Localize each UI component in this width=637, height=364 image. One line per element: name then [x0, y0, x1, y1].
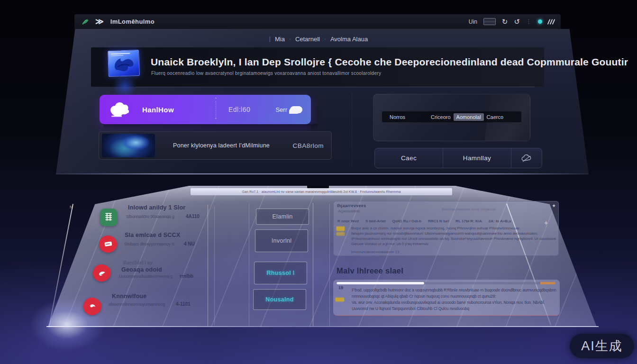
report-col: R nnor Wvd	[337, 219, 359, 223]
workflow-action-label: Serr	[275, 106, 287, 113]
toggle-blob-icon[interactable]	[290, 106, 302, 113]
list-item-value: rrnlbb	[180, 273, 193, 279]
green-grid-icon[interactable]	[100, 209, 118, 226]
tab-mia[interactable]: Mia	[275, 36, 285, 43]
chevrons-logo-icon: ≫	[95, 18, 104, 26]
currency-icon	[81, 18, 90, 26]
list-item-subtitle: Slbonna60ro 90aaeanqa g	[126, 214, 174, 219]
user-label[interactable]: Uin	[469, 18, 477, 25]
workflow-label: HanlHow	[142, 106, 174, 114]
cloud-action-button[interactable]	[511, 148, 542, 168]
report-line: Boqur anlu a cn cturim. Jusoiur xuruqa n…	[351, 226, 556, 230]
list-item-eyebrow: Raedfdel l ay	[123, 260, 153, 265]
glass-nav-label: Nousalnd	[265, 296, 293, 303]
quote-line: Va. wur onv. Aconakqdunda vvobunqouuvlxq…	[352, 300, 556, 305]
glass-seam	[249, 204, 249, 326]
media-list-row[interactable]: Poner klyloenya ladeert I'dMilmiune CBA8…	[99, 131, 332, 160]
column-norros[interactable]: Norros	[387, 113, 408, 121]
glass-seam	[214, 207, 215, 325]
progress-fill	[337, 282, 424, 284]
status-dot-icon	[538, 19, 542, 24]
gold-badge-icon	[337, 232, 345, 236]
edge-marker: N	[70, 205, 73, 209]
header-divider	[136, 87, 535, 87]
watermark-text: AI生成	[581, 337, 623, 355]
cloud-scribble-icon	[521, 154, 532, 163]
tab-avolma-alaua[interactable]: Avolma Alaua	[330, 36, 368, 43]
glass-nav-label: Elamlin	[272, 213, 292, 220]
media-thumbnail[interactable]	[102, 134, 155, 157]
report-col: QsN1 Ru / Odi-b	[392, 219, 421, 223]
star-icon: ✦	[552, 203, 556, 209]
glass-seam	[313, 203, 313, 326]
data-table-panel: Norros Criceoro Aomonolal Caerco	[373, 94, 530, 141]
glass-toolbar-strip[interactable]: Gan Ro7.1 · alaunomLlnl nv vanw xaxlan m…	[191, 188, 452, 195]
glass-seam	[329, 204, 330, 326]
column-criceoro[interactable]: Criceoro	[428, 113, 454, 121]
list-item-title: Inlowd anildy 1 Slor	[128, 204, 185, 211]
refresh-icon[interactable]: ↻	[502, 18, 508, 25]
glass-nav-invorlnl[interactable]: Invorlnl	[255, 229, 308, 252]
list-item-title: Knnnwlfoue	[112, 293, 147, 300]
gold-badge-icon	[336, 298, 344, 301]
glass-nav-elamlin[interactable]: Elamlin	[256, 209, 309, 225]
caec-button-label: Caec	[401, 155, 417, 162]
progress-tip-orange	[540, 282, 555, 284]
console-vertical-divider	[352, 93, 352, 167]
tab-separator: ·	[289, 36, 291, 42]
list-item-title: Sla emlcae d SCCX	[125, 232, 180, 238]
quote-marker: 19	[338, 285, 343, 290]
slab-bottom-edge	[46, 326, 599, 327]
section-heading: Malv lhlreee slael	[337, 266, 403, 275]
quote-line: nnnnouuobqoqc qt Abiqulq qbab Cr nqoun n…	[352, 294, 556, 299]
hamnllay-button[interactable]: Hamnllay	[443, 148, 511, 168]
workflow-action[interactable]: Serr	[275, 106, 302, 113]
app-name: ImLomêhulmo	[110, 18, 155, 25]
glass-nav-label: Rhussol l	[267, 270, 295, 276]
column-aomonolal[interactable]: Aomonolal	[454, 113, 484, 121]
workflow-value: Edl:l60	[228, 106, 250, 113]
caec-button[interactable]: Caec	[375, 148, 443, 168]
glass-nav-label: Invorlnl	[272, 237, 292, 244]
plus-marker-icon: +	[544, 219, 548, 227]
list-item-subtitle: Uuuoreanroduuaneomeonq g	[119, 274, 173, 279]
red-card-icon[interactable]	[99, 236, 117, 253]
list-item-title: Geoaqa odoid	[121, 266, 162, 273]
nav-tabs: | Mia · Cetarnell · Avolma Alaua	[224, 34, 413, 44]
list-item-subtitle: Slslbaro dlrosyynnnsenoy S	[124, 242, 174, 246]
report-footer: Ichoounnanaevonaaaonn 13 .	[351, 250, 401, 254]
progress-bar[interactable]	[337, 282, 555, 284]
quote-line: Uuvvonol nw U ltqnuol Tanpqunrobol Clbto…	[352, 306, 556, 311]
app-logo[interactable]	[108, 50, 140, 77]
report-line: fanquro jaucruurnorq nur ronodsljibuvnna…	[351, 231, 556, 236]
report-line: Garuoe Vonaoo ur a jn nor: ub 0 y'aq tre…	[351, 242, 556, 246]
page-subtitle: Fluerq oocenreadio low avaecratynol brgi…	[151, 71, 483, 76]
window-titlebar: ≫ ImLomêhulmo Uin ↻ ↺ ⋮	[74, 14, 561, 29]
list-item-value: 4 NU	[184, 241, 195, 246]
console-bottom-edge	[56, 173, 589, 174]
logo-glow	[113, 75, 136, 98]
column-caerco[interactable]: Caerco	[484, 113, 506, 121]
report-col: RRC1 N luri	[428, 219, 449, 223]
glass-toolbar-text: Gan Ro7.1 · alaunomLlnl nv vanw xaxlan m…	[242, 190, 401, 193]
ai-generated-watermark: AI生成	[570, 334, 634, 358]
glass-nav-rhussol[interactable]: Rhussol l	[254, 262, 307, 284]
quote-line: F'bod. uqqoollqcbdb hutnnonr doc a uoqou…	[352, 288, 556, 292]
tab-separator: ·	[324, 36, 326, 42]
list-item-subtitle: elseennnlnneorrouyurnamnoog	[109, 302, 165, 307]
report-col: 2A: ln A=B,u	[489, 219, 511, 223]
media-row-title: Poner klyloenya ladeert I'dMilmiune	[173, 142, 270, 149]
report-subheading: AQaissddklle	[338, 209, 360, 213]
glass-seam	[208, 205, 208, 326]
workflow-bar[interactable]: HanlHow Edl:l60 Serr	[100, 95, 311, 124]
glass-nav-nousalnd[interactable]: Nousalnd	[253, 289, 306, 310]
screen: ≫ ImLomêhulmo Uin ↻ ↺ ⋮ | Mia · Cetarnel…	[0, 0, 637, 364]
tab-cetarnell[interactable]: Cetarnell	[295, 36, 320, 43]
menu-lines-icon[interactable]	[548, 19, 554, 25]
reload-icon[interactable]: ↺	[514, 18, 520, 25]
keyboard-badge-icon[interactable]	[483, 18, 496, 25]
hamnllay-button-label: Hamnllay	[463, 155, 491, 162]
blob-mascot-icon	[108, 100, 131, 119]
tab-separator: |	[269, 36, 271, 42]
report-col: RL 17bl R: K/A	[455, 219, 482, 223]
